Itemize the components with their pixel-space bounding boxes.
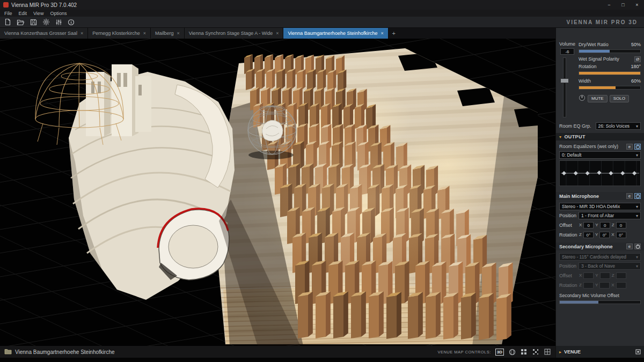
- room-eq-group-dropdown[interactable]: 26: Solo Voices ▾: [596, 122, 641, 130]
- section-arrow-icon: ▸: [559, 350, 561, 354]
- menu-file[interactable]: File: [4, 11, 12, 16]
- secondary-mic-position-label: Position: [559, 263, 576, 269]
- room-eq-preset-dropdown[interactable]: 0: Default ▾: [559, 151, 641, 159]
- main-mic-rotation-y[interactable]: 0°: [599, 232, 610, 238]
- map-controls-label: VENUE MAP CONTROLS:: [437, 350, 491, 354]
- width-value: 60%: [631, 78, 641, 84]
- main-mic-type-dropdown[interactable]: Stereo - MIR 3D HOA DeMix ▾: [559, 203, 641, 210]
- axis-label: Y: [595, 223, 598, 227]
- secondary-mic-rotation-x[interactable]: [616, 282, 626, 289]
- tab-row: Vienna Konzerthaus Grosser Saal × Perneg…: [0, 28, 644, 39]
- map-3d-toggle[interactable]: 3D: [495, 349, 504, 356]
- mute-button[interactable]: MUTE: [588, 95, 608, 102]
- secondary-mic-offset-z[interactable]: [616, 272, 626, 279]
- secondary-mic-power-button[interactable]: [634, 243, 641, 249]
- menu-options[interactable]: Options: [50, 11, 67, 16]
- new-project-icon[interactable]: [4, 18, 11, 26]
- room-eq-group-label: Room EQ Grp.: [559, 123, 591, 129]
- main-mic-rotation-x[interactable]: 0°: [616, 232, 626, 238]
- main-mic-offset-y[interactable]: 0: [600, 222, 610, 228]
- secondary-mic-type-dropdown[interactable]: Stereo - 115° Cardioids delayed ▾: [559, 253, 641, 261]
- tab-venue-1[interactable]: Vienna Konzerthaus Grosser Saal ×: [0, 28, 88, 39]
- venue-section-header[interactable]: ▸ VENUE: [555, 346, 644, 358]
- axis-label: Z: [579, 232, 582, 237]
- main-mic-header: Main Microphone: [559, 194, 599, 199]
- main-mic-edit-button[interactable]: e: [626, 193, 633, 199]
- main-mic-type-value: Stereo - MIR 3D HOA DeMix: [562, 204, 620, 209]
- room-eq-label: Room Equalizers (wet only): [559, 144, 618, 149]
- output-section-title: OUTPUT: [564, 134, 585, 139]
- map-grid-toggle-2[interactable]: [532, 349, 539, 356]
- drywet-slider[interactable]: [579, 49, 641, 53]
- map-grid-toggle-1[interactable]: [520, 349, 528, 356]
- app-icon: [3, 2, 9, 8]
- new-tab-button[interactable]: +: [389, 28, 399, 39]
- tab-venue-5-active[interactable]: Vienna Baumgartnerhoehe Steinhofkirche ×: [283, 28, 388, 39]
- rotation-slider[interactable]: [579, 71, 641, 75]
- room-eq-edit-button[interactable]: e: [626, 144, 633, 150]
- title-bar[interactable]: Vienna MIR Pro 3D 7.0.402 − □ ×: [0, 0, 644, 10]
- section-arrow-icon: ▾: [559, 135, 561, 139]
- pan-knob[interactable]: [579, 94, 586, 102]
- room-eq-power-button[interactable]: [634, 144, 641, 150]
- secondary-mic-position-dropdown[interactable]: 3 - Back of Nave ▾: [579, 262, 641, 270]
- output-section-header[interactable]: ▾ OUTPUT: [556, 133, 644, 141]
- secondary-mic-offset-x[interactable]: [583, 272, 594, 279]
- save-icon[interactable]: [30, 19, 37, 26]
- main-mic-rotation-z[interactable]: 0°: [583, 232, 594, 238]
- tab-venue-3[interactable]: Mailberg ×: [151, 28, 185, 39]
- secondary-mic-volume-slider[interactable]: [559, 300, 641, 304]
- secondary-mic-offset-y[interactable]: [600, 272, 610, 279]
- width-slider[interactable]: [579, 86, 641, 90]
- secondary-mic-edit-button[interactable]: e: [626, 243, 633, 249]
- volume-value[interactable]: -6: [560, 48, 574, 55]
- tab-close-icon[interactable]: ×: [177, 31, 180, 36]
- volume-fader-handle[interactable]: [560, 78, 569, 83]
- main-mic-power-button[interactable]: [634, 193, 641, 199]
- volume-label: Volume: [559, 41, 575, 47]
- venue-map-controls: VENUE MAP CONTROLS: 3D: [437, 349, 551, 356]
- mixer-icon[interactable]: [55, 19, 62, 26]
- main-mic-offset-x[interactable]: 0: [583, 222, 594, 228]
- venue-expand-icon[interactable]: [635, 349, 641, 354]
- close-button[interactable]: ×: [630, 0, 644, 10]
- main-mic-position-label: Position: [559, 213, 576, 218]
- tab-label: Vienna Baumgartnerhoehe Steinhofkirche: [288, 31, 377, 36]
- drywet-label: Dry/Wet Ratio: [579, 42, 609, 47]
- minimize-button[interactable]: −: [602, 0, 616, 10]
- venue-tab-bar: Vienna Konzerthaus Grosser Saal × Perneg…: [0, 28, 555, 39]
- wet-polarity-toggle[interactable]: Ø: [634, 56, 641, 62]
- tab-venue-4[interactable]: Vienna Synchron Stage Stage A - Wide ×: [185, 28, 284, 39]
- tab-close-icon[interactable]: ×: [276, 31, 279, 36]
- main-mic-position-value: 1 - Front of Altar: [581, 213, 614, 218]
- tab-close-icon[interactable]: ×: [80, 31, 83, 36]
- secondary-mic-rotation-z[interactable]: [583, 282, 594, 289]
- room-eq-curve-editor[interactable]: [559, 160, 641, 186]
- solo-button[interactable]: SOLO: [610, 95, 629, 102]
- maximize-button[interactable]: □: [616, 0, 630, 10]
- secondary-mic-rotation-y[interactable]: [599, 282, 610, 289]
- channel-mixer: Volume -6 Dry/Wet Ratio 50% Wet Signal P…: [559, 41, 641, 121]
- volume-fader[interactable]: [559, 56, 570, 121]
- map-sphere-toggle[interactable]: [508, 349, 516, 356]
- brand-logo: VIENNA MIR PRO 3D: [566, 19, 640, 25]
- tab-venue-2[interactable]: Pernegg Klosterkirche ×: [88, 28, 151, 39]
- tab-label: Vienna Synchron Stage Stage A - Wide: [189, 31, 273, 36]
- offset-label: Offset: [559, 273, 577, 278]
- secondary-mic-position-value: 3 - Back of Nave: [581, 263, 615, 269]
- map-grid-toggle-3[interactable]: [544, 349, 551, 356]
- settings-gear-icon[interactable]: [42, 18, 50, 26]
- room-eq-preset-value: 0: Default: [562, 152, 581, 158]
- axis-label: Z: [612, 273, 614, 278]
- secondary-mic-type-value: Stereo - 115° Cardioids delayed: [562, 254, 626, 260]
- info-icon[interactable]: [68, 19, 75, 26]
- main-mic-position-dropdown[interactable]: 1 - Front of Altar ▾: [579, 212, 641, 219]
- menu-edit[interactable]: Edit: [19, 11, 27, 16]
- menu-view[interactable]: View: [33, 11, 43, 16]
- tab-close-icon[interactable]: ×: [143, 31, 146, 36]
- tab-close-icon[interactable]: ×: [380, 31, 383, 36]
- drywet-value: 50%: [631, 42, 641, 47]
- open-folder-icon[interactable]: [17, 19, 25, 26]
- main-mic-offset-z[interactable]: 0: [616, 222, 626, 228]
- venue-3d-viewport[interactable]: [0, 39, 555, 346]
